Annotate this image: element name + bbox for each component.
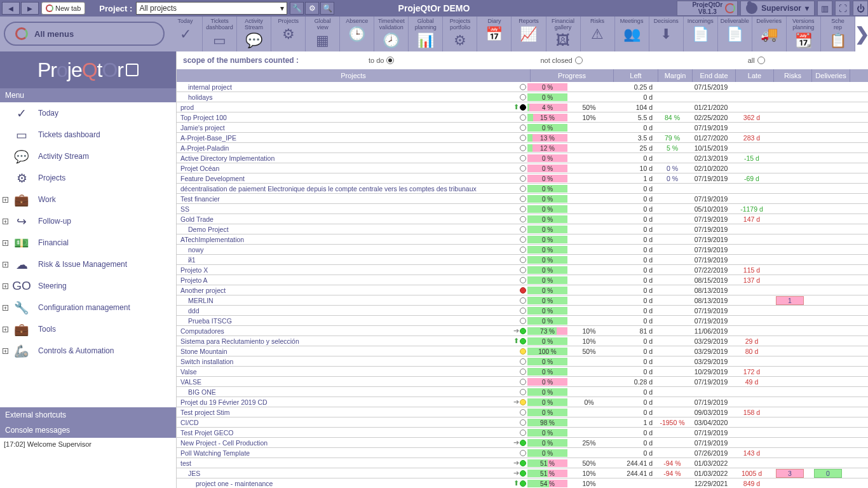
table-row[interactable]: Switch installation0 %0 d03/29/2019: [177, 356, 868, 367]
version-box[interactable]: ProjeQtOr V8.1.3: [677, 1, 738, 16]
table-row[interactable]: holidays0 %0 d: [177, 92, 868, 102]
sidebar-item[interactable]: +💵Financial: [0, 232, 176, 254]
table-row[interactable]: Another project0 %0 d08/13/2019: [177, 285, 868, 295]
toolbar-item[interactable]: Incomings📄: [684, 17, 718, 51]
toolbar-item[interactable]: Deliveries🚚: [752, 17, 787, 51]
table-row[interactable]: Projet Océan0 %10 d0 %02/10/2020: [177, 163, 868, 173]
table-row[interactable]: Projet du 19 Février 2019 CD➔0 %0%0 d07/…: [177, 397, 868, 407]
table-row[interactable]: New Project - Cell Production➔0 %25%0 d0…: [177, 438, 868, 448]
sidebar-item[interactable]: +🦾Controls & Automation: [0, 340, 176, 362]
sidebar-item[interactable]: +💼Tools: [0, 318, 176, 340]
toolbar-item[interactable]: Globalplanning📊: [409, 17, 443, 51]
table-row[interactable]: й10 %0 d07/19/2019: [177, 255, 868, 265]
wrench-button[interactable]: 🔧: [290, 2, 304, 15]
table-row[interactable]: BIG ONE0 %0 d: [177, 387, 868, 397]
table-row[interactable]: A-Projet-Base_IPE13 %3.5 d79 %01/27/2020…: [177, 133, 868, 143]
console-header[interactable]: Console messages: [0, 423, 176, 438]
table-row[interactable]: Test project Stim0 %0 d09/03/2019158 d: [177, 407, 868, 417]
expand-icon[interactable]: +: [3, 348, 8, 354]
toolbar-item[interactable]: Projects⚙: [271, 17, 306, 51]
toolbar-scroll-right[interactable]: ❯: [855, 17, 868, 51]
sidebar-item[interactable]: +☁Risk & Issue Management: [0, 254, 176, 275]
table-row[interactable]: Projeto X0 %0 d07/22/2019115 d: [177, 265, 868, 275]
scope-all[interactable]: all: [748, 57, 765, 64]
search-button[interactable]: 🔍: [320, 2, 334, 15]
table-row[interactable]: CI/CD98 %1 d-1950 %03/04/2020: [177, 417, 868, 428]
toolbar-item[interactable]: Globalview▦: [306, 17, 340, 51]
nav-fwd[interactable]: ►: [21, 2, 39, 15]
toolbar-item[interactable]: Scherep📋: [821, 17, 855, 51]
new-tab-button[interactable]: New tab: [41, 2, 85, 15]
table-row[interactable]: Jamie's project0 %0 d07/19/2019: [177, 123, 868, 133]
table-row[interactable]: internal project0 %0.25 d07/15/2019: [177, 82, 868, 92]
table-row[interactable]: Computadores➔73 %10%81 d11/06/2019: [177, 326, 868, 336]
layout-button[interactable]: ▥: [817, 1, 832, 16]
expand-icon[interactable]: +: [3, 283, 8, 289]
table-row[interactable]: Projeto A0 %0 d08/15/2019137 d: [177, 275, 868, 285]
table-row[interactable]: MERLIN0 %0 d08/13/20191: [177, 295, 868, 306]
project-select[interactable]: All projects ▾: [136, 2, 287, 15]
table-row[interactable]: JES➔51 %10%244.41 d-94 %01/03/20221005 d…: [177, 468, 868, 478]
expand-icon[interactable]: +: [3, 327, 8, 332]
table-row[interactable]: Top Project 10015 %10%5.5 d84 %02/25/202…: [177, 112, 868, 123]
hdr-late[interactable]: Late: [736, 69, 774, 82]
gear-button[interactable]: ⚙: [305, 2, 319, 15]
hdr-end[interactable]: End date: [693, 69, 736, 82]
hdr-risks[interactable]: Risks: [774, 69, 812, 82]
hdr-progress[interactable]: Progress: [531, 69, 614, 82]
table-row[interactable]: Prueba ITSCG0 %0 d07/19/2019: [177, 316, 868, 326]
sidebar-item[interactable]: ✓Today: [0, 102, 176, 124]
table-row[interactable]: nowy0 %0 d07/19/2019: [177, 245, 868, 255]
table-row[interactable]: ddd0 %0 d07/19/2019: [177, 306, 868, 316]
fullscreen-button[interactable]: ⛶: [835, 1, 850, 16]
table-row[interactable]: Gold Trade0 %0 d07/19/2019147 d: [177, 214, 868, 224]
expand-icon[interactable]: +: [3, 219, 8, 224]
scope-not-closed[interactable]: not closed: [540, 57, 582, 64]
toolbar-item[interactable]: Versionsplanning📆: [787, 17, 821, 51]
toolbar-item[interactable]: Deliverable📄: [718, 17, 752, 51]
toolbar-item[interactable]: Meetings👥: [615, 17, 649, 51]
table-row[interactable]: Feature Development0 %1 d0 %07/19/2019-6…: [177, 173, 868, 184]
scope-todo[interactable]: to do: [369, 57, 394, 64]
expand-icon[interactable]: +: [3, 197, 8, 203]
toolbar-item[interactable]: Timesheetvalidation🕗: [374, 17, 409, 51]
expand-icon[interactable]: +: [3, 262, 8, 268]
toolbar-item[interactable]: Risks⚠: [581, 17, 615, 51]
sidebar-item[interactable]: ▭Tickets dashboard: [0, 124, 176, 146]
table-row[interactable]: Test financier0 %0 d07/19/2019: [177, 194, 868, 204]
table-row[interactable]: décentralisation de paiement Electroniqu…: [177, 184, 868, 194]
table-row[interactable]: Sistema para Reclutamiento y selección⬆0…: [177, 336, 868, 346]
table-row[interactable]: Demo Project0 %0 d07/19/2019: [177, 224, 868, 234]
toolbar-item[interactable]: Financialgallery🖼: [546, 17, 581, 51]
table-row[interactable]: A-Projet-Paladin12 %25 d5 %10/15/2019: [177, 143, 868, 153]
toolbar-item[interactable]: Reports📈: [512, 17, 546, 51]
sidebar-item[interactable]: ⚙Projects: [0, 167, 176, 189]
shortcuts-header[interactable]: External shortcuts: [0, 407, 176, 423]
sidebar-item[interactable]: +💼Work: [0, 189, 176, 210]
table-row[interactable]: test➔51 %50%244.41 d-94 %01/03/2022: [177, 458, 868, 468]
table-row[interactable]: ATechImplementation0 %0 d07/19/2019: [177, 234, 868, 245]
table-row[interactable]: SS0 %0 d05/10/2019-1179 d: [177, 204, 868, 214]
table-row[interactable]: Stone Mountain100 %50%0 d03/29/201980 d: [177, 346, 868, 356]
hdr-deliveries[interactable]: Deliveries: [812, 69, 850, 82]
toolbar-item[interactable]: Diary📅: [477, 17, 512, 51]
toolbar-item[interactable]: Projectsportfolio⚙: [443, 17, 477, 51]
toolbar-item[interactable]: Today✓: [168, 17, 203, 51]
expand-icon[interactable]: +: [3, 305, 8, 311]
all-menus-button[interactable]: All menus: [4, 22, 165, 46]
sidebar-item[interactable]: +GOSteering: [0, 275, 176, 297]
toolbar-item[interactable]: Ticketsdashboard▭: [203, 17, 237, 51]
toolbar-item[interactable]: Absence🕒: [340, 17, 374, 51]
table-row[interactable]: Poll Watching Template0 %0 d07/26/201914…: [177, 448, 868, 458]
hdr-left[interactable]: Left: [614, 69, 658, 82]
sidebar-item[interactable]: 💬Activity Stream: [0, 146, 176, 167]
table-row[interactable]: project one - maintenance⬆54 %10%12/29/2…: [177, 478, 868, 488]
toolbar-item[interactable]: ActivityStream💬: [237, 17, 271, 51]
expand-icon[interactable]: +: [3, 240, 8, 246]
logout-button[interactable]: ⏻: [853, 1, 868, 16]
sidebar-item[interactable]: +🔧Configuration management: [0, 297, 176, 318]
nav-back[interactable]: ◄: [2, 2, 20, 15]
user-menu[interactable]: Supervisor ▾: [740, 1, 815, 16]
table-row[interactable]: Valse0 %0 d10/29/2019172 d: [177, 367, 868, 377]
table-row[interactable]: Active Directory Implementation0 %0 d02/…: [177, 153, 868, 163]
